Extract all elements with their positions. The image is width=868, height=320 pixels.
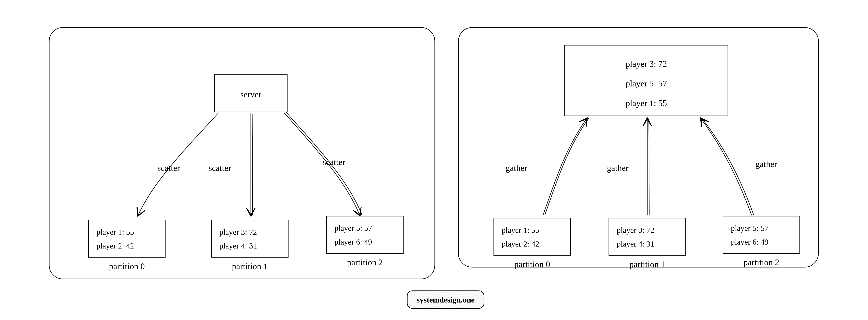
svg-rect-5 bbox=[212, 220, 288, 257]
left-p2-label: partition 2 bbox=[347, 257, 383, 267]
watermark-badge: systemdesign.one bbox=[407, 291, 484, 309]
scatter-panel: server scatter scatter scatter player 1:… bbox=[49, 28, 435, 279]
scatter-label-2: scatter bbox=[323, 157, 345, 167]
diagram-canvas: server scatter scatter scatter player 1:… bbox=[0, 0, 868, 320]
right-p2-line0: player 5: 57 bbox=[731, 224, 769, 233]
svg-rect-6 bbox=[327, 216, 403, 253]
right-p1-label: partition 1 bbox=[629, 259, 665, 269]
svg-rect-11 bbox=[723, 216, 800, 253]
svg-rect-9 bbox=[494, 218, 570, 255]
result-line0: player 3: 72 bbox=[626, 59, 667, 69]
scatter-label-0: scatter bbox=[157, 163, 180, 173]
left-p1-label: partition 1 bbox=[232, 261, 268, 271]
right-p0-line1: player 2: 42 bbox=[502, 240, 539, 248]
server-node: server bbox=[214, 75, 287, 112]
right-p1-line1: player 4: 31 bbox=[617, 240, 654, 248]
svg-rect-4 bbox=[89, 220, 165, 257]
right-p0-line0: player 1: 55 bbox=[502, 226, 539, 235]
scatter-label-1: scatter bbox=[209, 163, 231, 173]
left-p0-line0: player 1: 55 bbox=[96, 228, 134, 237]
left-p1-line1: player 4: 31 bbox=[219, 241, 257, 250]
result-node: player 3: 72 player 5: 57 player 1: 55 bbox=[565, 45, 728, 116]
right-p1-line0: player 3: 72 bbox=[617, 226, 654, 235]
gather-panel: player 3: 72 player 5: 57 player 1: 55 g… bbox=[458, 28, 818, 269]
right-p2-label: partition 2 bbox=[743, 257, 779, 267]
gather-label-1: gather bbox=[607, 163, 628, 173]
left-p2-line0: player 5: 57 bbox=[335, 224, 372, 233]
result-line1: player 5: 57 bbox=[626, 79, 667, 88]
left-p0-label: partition 0 bbox=[109, 261, 145, 271]
result-line2: player 1: 55 bbox=[626, 98, 667, 108]
gather-label-2: gather bbox=[755, 159, 777, 169]
left-p2-line1: player 6: 49 bbox=[335, 238, 372, 246]
right-p2-line1: player 6: 49 bbox=[731, 238, 769, 246]
watermark-text: systemdesign.one bbox=[417, 295, 474, 304]
right-p0-label: partition 0 bbox=[514, 259, 550, 269]
server-label: server bbox=[240, 90, 261, 99]
left-p0-line1: player 2: 42 bbox=[96, 241, 134, 250]
left-p1-line0: player 3: 72 bbox=[219, 228, 257, 237]
svg-rect-10 bbox=[609, 218, 686, 255]
gather-label-0: gather bbox=[506, 163, 527, 173]
